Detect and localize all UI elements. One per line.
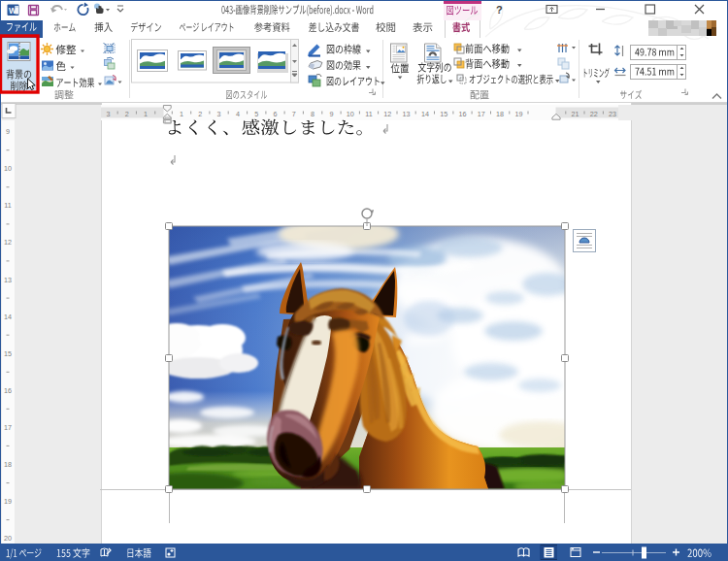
- svg-text:2: 2: [198, 110, 202, 118]
- svg-text:16: 16: [459, 110, 467, 118]
- svg-text:14: 14: [421, 110, 429, 118]
- svg-text:19: 19: [514, 110, 522, 118]
- svg-text:23: 23: [609, 110, 616, 118]
- svg-text:6: 6: [274, 110, 278, 118]
- svg-text:19: 19: [4, 497, 12, 506]
- svg-text:16: 16: [4, 386, 12, 395]
- svg-text:14: 14: [4, 313, 12, 321]
- svg-text:21: 21: [571, 110, 579, 118]
- svg-text:12: 12: [383, 110, 391, 118]
- svg-text:18: 18: [4, 460, 12, 469]
- svg-text:12: 12: [4, 238, 12, 247]
- svg-text:5: 5: [254, 110, 258, 118]
- svg-text:22: 22: [590, 110, 598, 118]
- svg-text:9: 9: [329, 110, 333, 118]
- svg-text:18: 18: [496, 110, 504, 118]
- svg-text:13: 13: [4, 276, 12, 284]
- svg-text:10: 10: [347, 110, 354, 118]
- svg-text:11: 11: [4, 201, 11, 210]
- svg-text:17: 17: [4, 423, 12, 432]
- svg-text:11: 11: [365, 110, 372, 118]
- svg-text:9: 9: [6, 127, 10, 136]
- svg-text:15: 15: [4, 349, 12, 358]
- svg-text:1: 1: [144, 110, 148, 118]
- svg-text:7: 7: [292, 110, 296, 118]
- svg-text:1: 1: [180, 110, 183, 118]
- svg-text:17: 17: [478, 110, 485, 118]
- svg-text:?: ?: [496, 4, 503, 16]
- svg-text:W: W: [9, 6, 17, 16]
- svg-text:2: 2: [125, 110, 129, 118]
- svg-text:3: 3: [107, 110, 111, 118]
- svg-text:4: 4: [236, 110, 240, 118]
- svg-text:8: 8: [311, 110, 314, 118]
- svg-text:20: 20: [4, 534, 12, 543]
- svg-text:13: 13: [403, 110, 411, 118]
- svg-text:15: 15: [440, 110, 447, 118]
- svg-text:10: 10: [4, 164, 12, 173]
- svg-text:3: 3: [217, 110, 221, 118]
